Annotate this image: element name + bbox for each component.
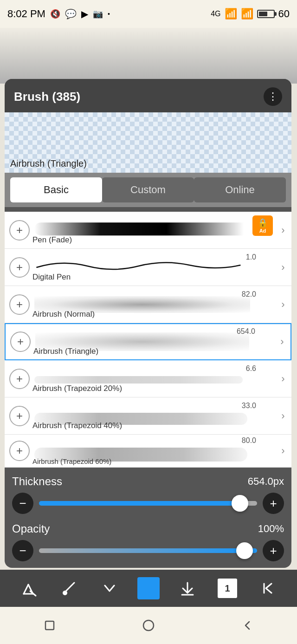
- panel-title: Brush (385): [14, 90, 80, 104]
- battery-fill: [259, 12, 267, 16]
- brush-stroke-pen-fade: Pen (Fade): [30, 214, 275, 247]
- panel-header: Brush (385) ⋮: [5, 79, 291, 112]
- nav-square-button[interactable]: [38, 614, 61, 637]
- signal-icon: 4G: [211, 10, 220, 18]
- digital-pen-stroke-svg: [34, 256, 243, 274]
- brush-name-airbrush-triangle: Airbrush (Triangle): [33, 347, 98, 356]
- brush-name-digital-pen: Digital Pen: [32, 273, 71, 282]
- brush-stroke-airbrush-triangle: 654.0 Airbrush (Triangle): [31, 325, 274, 358]
- brush-preview-area: Airbrush (Triangle): [5, 112, 291, 173]
- messenger-icon: 💬: [65, 8, 77, 20]
- android-nav-bar: [0, 607, 297, 644]
- opacity-label: Opacity: [12, 522, 50, 535]
- svg-line-0: [24, 585, 28, 594]
- recent-apps-icon: [43, 619, 56, 632]
- brush-stroke-airbrush-normal: 82.0 Airbrush (Normal): [30, 288, 275, 321]
- opacity-increase-button[interactable]: +: [263, 540, 284, 561]
- bottom-toolbar: 1: [0, 570, 297, 607]
- download-icon: [178, 579, 197, 598]
- chevron-right-icon: ›: [275, 410, 291, 422]
- download-button[interactable]: [175, 576, 200, 601]
- brush-item-airbrush-trap20[interactable]: + 6.6 Airbrush (Trapezoid 20%) ›: [5, 360, 291, 397]
- status-right: 4G 📶 📶 60: [211, 8, 290, 20]
- thickness-slider-track[interactable]: [39, 501, 257, 506]
- ad-badge: 🔒 Ad: [252, 215, 273, 236]
- opacity-decrease-button[interactable]: −: [12, 540, 33, 561]
- brush-name-airbrush-trap20: Airbrush (Trapezoid 20%): [32, 384, 122, 393]
- trapezoid20-stroke: [34, 376, 243, 384]
- add-brush-airbrush-triangle[interactable]: +: [10, 332, 31, 352]
- brush-count-airbrush-trap20: 6.6: [246, 364, 256, 373]
- brush-item-pen-fade[interactable]: + Pen (Fade) 🔒 Ad ›: [5, 212, 291, 249]
- layers-button[interactable]: 1: [215, 576, 240, 601]
- brush-name-airbrush-trap40: Airbrush (Trapezoid 40%): [32, 421, 122, 430]
- nav-home-button[interactable]: [137, 614, 160, 637]
- tab-custom[interactable]: Custom: [102, 177, 194, 202]
- nav-back-button[interactable]: [236, 614, 259, 637]
- brush-item-airbrush-normal[interactable]: + 82.0 Airbrush (Normal) ›: [5, 286, 291, 323]
- add-brush-pen-fade[interactable]: +: [9, 220, 30, 241]
- brush-name-airbrush-normal: Airbrush (Normal): [32, 310, 95, 319]
- chevron-right-icon: ›: [275, 261, 291, 273]
- brush-name-pen-fade: Pen (Fade): [32, 235, 72, 245]
- opacity-value: 100%: [258, 523, 284, 535]
- signal-bars: 📶: [225, 8, 237, 20]
- brush-panel: Brush (385) ⋮ Airbrush (Triangle) Basic …: [5, 79, 291, 568]
- brush-stroke-airbrush-trap60: 80.0 Airbrush (Trapezoid 60%): [30, 435, 275, 467]
- brush-stroke-airbrush-trap40: 33.0 Airbrush (Trapezoid 40%): [30, 400, 275, 432]
- ad-label: Ad: [259, 228, 266, 234]
- status-left: 8:02 PM 🔇 💬 ▶ 📷 •: [7, 8, 110, 20]
- thickness-decrease-button[interactable]: −: [12, 493, 33, 514]
- thickness-increase-button[interactable]: +: [263, 493, 284, 514]
- wifi-icon: 📶: [241, 8, 253, 20]
- battery-level: 60: [278, 8, 290, 20]
- chevron-down-icon: [100, 579, 119, 598]
- camera-icon: 📷: [93, 9, 103, 19]
- brush-name-airbrush-trap60: Airbrush (Trapezoid 60%): [32, 457, 111, 465]
- opacity-slider-thumb[interactable]: [236, 542, 253, 559]
- tab-online[interactable]: Online: [194, 177, 286, 202]
- time-display: 8:02 PM: [7, 8, 45, 20]
- brush-item-airbrush-triangle[interactable]: + 654.0 Airbrush (Triangle) ›: [5, 323, 291, 360]
- brush-list: + Pen (Fade) 🔒 Ad › + 1.0 Digital P: [5, 212, 291, 468]
- thickness-slider-thumb[interactable]: [232, 495, 248, 512]
- add-brush-airbrush-normal[interactable]: +: [9, 294, 30, 315]
- add-brush-airbrush-trap40[interactable]: +: [9, 406, 30, 426]
- layers-icon: 1: [218, 579, 237, 598]
- tab-basic[interactable]: Basic: [10, 177, 102, 202]
- brush-tool-button[interactable]: [57, 576, 82, 601]
- brush-count-airbrush-trap60: 80.0: [242, 436, 256, 445]
- background-area: [0, 28, 297, 84]
- add-brush-airbrush-trap20[interactable]: +: [9, 369, 30, 389]
- opacity-slider-track[interactable]: [39, 548, 257, 553]
- selection-tool-button[interactable]: [17, 576, 42, 601]
- brush-icon: [60, 579, 79, 598]
- selection-icon: [20, 579, 39, 598]
- svg-point-10: [143, 620, 154, 631]
- svg-line-4: [66, 583, 74, 591]
- home-icon: [142, 619, 155, 632]
- mute-icon: 🔇: [50, 9, 60, 19]
- layers-count: 1: [225, 583, 230, 594]
- more-options-button[interactable]: ⋮: [264, 87, 282, 106]
- battery-icon: [257, 10, 275, 18]
- more-dots-icon: ⋮: [268, 91, 278, 102]
- status-bar: 8:02 PM 🔇 💬 ▶ 📷 • 4G 📶 📶 60: [0, 0, 297, 28]
- add-brush-digital-pen[interactable]: +: [9, 257, 30, 278]
- youtube-icon: ▶: [81, 8, 88, 20]
- brush-item-digital-pen[interactable]: + 1.0 Digital Pen ›: [5, 249, 291, 286]
- brush-stroke-airbrush-trap20: 6.6 Airbrush (Trapezoid 20%): [30, 363, 275, 395]
- color-swatch-button[interactable]: [137, 577, 160, 599]
- back-arrow-button[interactable]: [255, 576, 280, 601]
- brush-item-airbrush-trap60[interactable]: + 80.0 Airbrush (Trapezoid 60%) ›: [5, 435, 291, 468]
- thickness-row: Thickness 654.0px: [12, 475, 284, 488]
- add-brush-airbrush-trap60[interactable]: +: [9, 441, 30, 461]
- brush-tabs: Basic Custom Online: [5, 173, 291, 207]
- brush-item-airbrush-trap40[interactable]: + 33.0 Airbrush (Trapezoid 40%) ›: [5, 397, 291, 435]
- pen-fade-stroke: [34, 222, 255, 235]
- down-arrow-button[interactable]: [97, 576, 122, 601]
- svg-point-5: [63, 591, 67, 595]
- thickness-slider-row: − +: [12, 493, 284, 514]
- nav-back-icon: [241, 619, 254, 632]
- brush-count-airbrush-trap40: 33.0: [242, 402, 256, 410]
